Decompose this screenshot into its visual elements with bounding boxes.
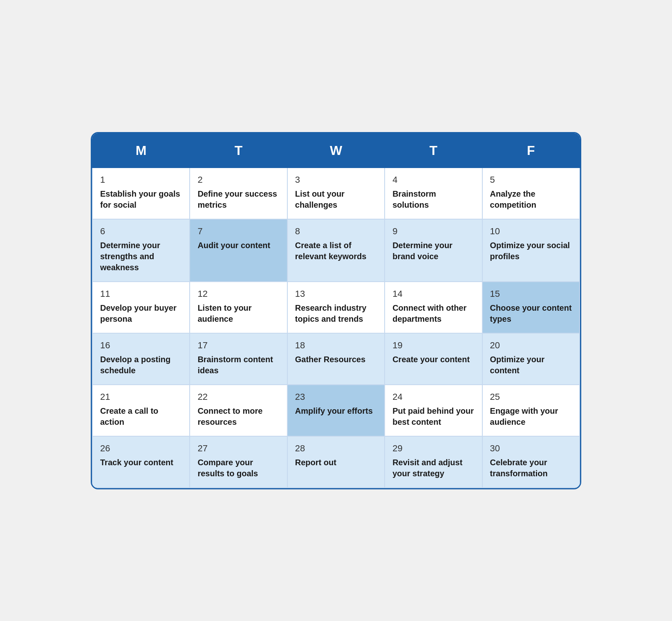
calendar-cell-25: 25Engage with your audience (482, 385, 580, 436)
calendar-cell-2: 2Define your success metrics (190, 168, 287, 219)
calendar-cell-11: 11Develop your buyer persona (92, 282, 190, 333)
calendar-cell-22: 22Connect to more resources (190, 385, 287, 436)
calendar-cell-10: 10Optimize your social profiles (482, 219, 580, 282)
cell-number-25: 25 (490, 392, 572, 402)
cell-number-4: 4 (392, 175, 474, 185)
cell-text-2: Define your success metrics (197, 189, 277, 209)
calendar-cell-6: 6Determine your strengths and weakness (92, 219, 190, 282)
calendar-cell-16: 16Develop a posting schedule (92, 333, 190, 385)
cell-text-16: Develop a posting schedule (100, 355, 170, 375)
cell-text-3: List out your challenges (295, 189, 345, 209)
calendar-cell-23: 23Amplify your efforts (287, 385, 385, 436)
cell-text-23: Amplify your efforts (295, 406, 373, 415)
calendar-cell-24: 24Put paid behind your best content (385, 385, 482, 436)
calendar-cell-4: 4Brainstorm solutions (385, 168, 482, 219)
cell-text-15: Choose your content types (490, 303, 572, 323)
cell-number-29: 29 (392, 443, 474, 454)
calendar-cell-15: 15Choose your content types (482, 282, 580, 333)
calendar-cell-5: 5Analyze the competition (482, 168, 580, 219)
calendar-cell-17: 17Brainstorm content ideas (190, 333, 287, 385)
calendar-cell-3: 3List out your challenges (287, 168, 385, 219)
cell-number-16: 16 (100, 340, 182, 351)
cell-number-23: 23 (295, 392, 377, 402)
cell-text-24: Put paid behind your best content (392, 406, 474, 426)
column-header-f: F (482, 134, 580, 168)
cell-text-22: Connect to more resources (197, 406, 262, 426)
calendar-row-1: 1Establish your goals for social2Define … (92, 168, 580, 219)
cell-number-26: 26 (100, 443, 182, 454)
cell-text-17: Brainstorm content ideas (197, 355, 273, 375)
cell-text-19: Create your content (392, 355, 470, 364)
calendar-cell-28: 28Report out (287, 436, 385, 488)
calendar-row-3: 11Develop your buyer persona12Listen to … (92, 282, 580, 333)
calendar-row-6: 26Track your content27Compare your resul… (92, 436, 580, 488)
cell-number-8: 8 (295, 226, 377, 237)
cell-text-7: Audit your content (197, 241, 270, 250)
calendar-row-4: 16Develop a posting schedule17Brainstorm… (92, 333, 580, 385)
cell-number-7: 7 (197, 226, 279, 237)
cell-text-27: Compare your results to goals (197, 458, 258, 478)
calendar-cell-7: 7Audit your content (190, 219, 287, 282)
column-header-w: W (287, 134, 385, 168)
cell-text-26: Track your content (100, 458, 173, 467)
cell-number-9: 9 (392, 226, 474, 237)
calendar-cell-20: 20Optimize your content (482, 333, 580, 385)
cell-text-29: Revisit and adjust your strategy (392, 458, 462, 478)
cell-text-11: Develop your buyer persona (100, 303, 177, 323)
cell-number-15: 15 (490, 289, 572, 299)
cell-number-13: 13 (295, 289, 377, 299)
cell-number-5: 5 (490, 175, 572, 185)
cell-number-27: 27 (197, 443, 279, 454)
cell-text-18: Gather Resources (295, 355, 365, 364)
cell-number-21: 21 (100, 392, 182, 402)
cell-number-11: 11 (100, 289, 182, 299)
cell-text-20: Optimize your content (490, 355, 544, 375)
cell-text-14: Connect with other departments (392, 303, 466, 323)
cell-text-8: Create a list of relevant keywords (295, 241, 367, 261)
cell-text-25: Engage with your audience (490, 406, 558, 426)
cell-number-3: 3 (295, 175, 377, 185)
cell-number-1: 1 (100, 175, 182, 185)
cell-number-12: 12 (197, 289, 279, 299)
calendar-cell-27: 27Compare your results to goals (190, 436, 287, 488)
cell-number-18: 18 (295, 340, 377, 351)
cell-number-20: 20 (490, 340, 572, 351)
cell-text-21: Create a call to action (100, 406, 158, 426)
cell-text-4: Brainstorm solutions (392, 189, 436, 209)
cell-text-6: Determine your strengths and weakness (100, 241, 160, 272)
calendar-cell-9: 9Determine your brand voice (385, 219, 482, 282)
calendar-table: MTWTF 1Establish your goals for social2D… (92, 133, 580, 488)
column-header-m: M (92, 134, 190, 168)
column-header-t: T (385, 134, 482, 168)
cell-text-9: Determine your brand voice (392, 241, 452, 261)
cell-number-30: 30 (490, 443, 572, 454)
calendar-row-2: 6Determine your strengths and weakness7A… (92, 219, 580, 282)
cell-text-28: Report out (295, 458, 336, 467)
calendar-cell-21: 21Create a call to action (92, 385, 190, 436)
cell-number-6: 6 (100, 226, 182, 237)
calendar-cell-1: 1Establish your goals for social (92, 168, 190, 219)
calendar-cell-18: 18Gather Resources (287, 333, 385, 385)
cell-number-24: 24 (392, 392, 474, 402)
calendar-cell-13: 13Research industry topics and trends (287, 282, 385, 333)
cell-text-12: Listen to your audience (197, 303, 251, 323)
calendar-cell-29: 29Revisit and adjust your strategy (385, 436, 482, 488)
calendar-container: MTWTF 1Establish your goals for social2D… (91, 132, 581, 489)
cell-number-14: 14 (392, 289, 474, 299)
calendar-cell-8: 8Create a list of relevant keywords (287, 219, 385, 282)
cell-number-10: 10 (490, 226, 572, 237)
calendar-cell-14: 14Connect with other departments (385, 282, 482, 333)
cell-number-22: 22 (197, 392, 279, 402)
calendar-row-5: 21Create a call to action22Connect to mo… (92, 385, 580, 436)
column-header-t: T (190, 134, 287, 168)
cell-number-2: 2 (197, 175, 279, 185)
cell-number-19: 19 (392, 340, 474, 351)
cell-number-28: 28 (295, 443, 377, 454)
cell-text-5: Analyze the competition (490, 189, 536, 209)
cell-text-1: Establish your goals for social (100, 189, 180, 209)
cell-text-10: Optimize your social profiles (490, 241, 570, 261)
cell-text-13: Research industry topics and trends (295, 303, 367, 323)
calendar-cell-12: 12Listen to your audience (190, 282, 287, 333)
calendar-cell-30: 30Celebrate your transformation (482, 436, 580, 488)
calendar-cell-26: 26Track your content (92, 436, 190, 488)
